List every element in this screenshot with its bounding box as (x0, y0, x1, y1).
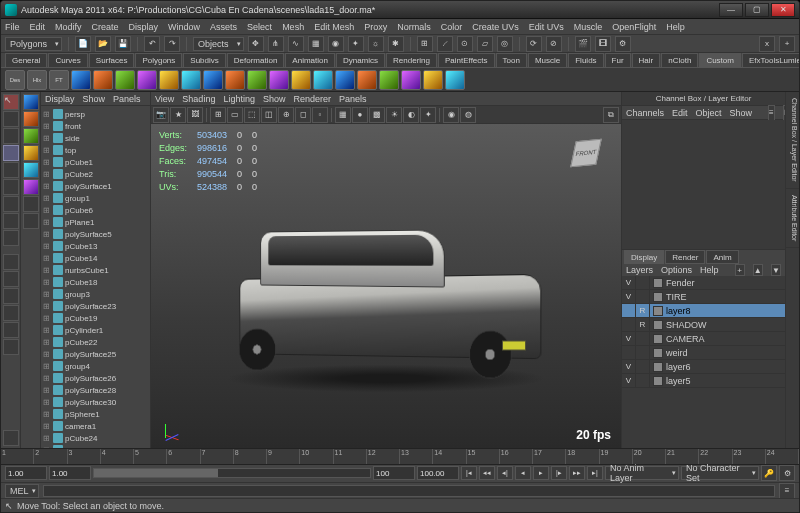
shelf-tab-efxtoolslumiere[interactable]: EfxToolsLumiere (742, 53, 800, 67)
outliner-item[interactable]: ⊞pCube2 (43, 168, 148, 180)
layout-four[interactable] (3, 271, 19, 287)
outliner-item[interactable]: ⊞group1 (43, 192, 148, 204)
outliner-menu-show[interactable]: Show (83, 94, 106, 104)
layer-color-swatch[interactable] (653, 334, 663, 344)
sidebar-tab-attributeeditor[interactable]: Attribute Editor (786, 189, 799, 248)
outliner-item[interactable]: ⊞top (43, 144, 148, 156)
layer-row[interactable]: Vlayer6 (622, 360, 785, 374)
shelf-item-ft[interactable]: FT (49, 70, 69, 90)
outliner-item[interactable]: ⊞camera1 (43, 420, 148, 432)
vp-menu-renderer[interactable]: Renderer (293, 94, 331, 104)
quick-layout-2[interactable] (23, 111, 39, 127)
vp-bookmark-icon[interactable]: ★ (170, 107, 186, 123)
vp-shadows-icon[interactable]: ◐ (403, 107, 419, 123)
outliner-item[interactable]: ⊞pCube24 (43, 432, 148, 444)
outliner-menu-display[interactable]: Display (45, 94, 75, 104)
outliner-item[interactable]: ⊞pCube14 (43, 252, 148, 264)
channel-box[interactable] (622, 120, 785, 250)
vp-shaded-icon[interactable]: ● (352, 107, 368, 123)
layout-single[interactable] (3, 254, 19, 270)
menu-modify[interactable]: Modify (55, 22, 82, 32)
shelf-item-12[interactable] (335, 70, 355, 90)
layer-row[interactable]: Rlayer8 (622, 304, 785, 318)
quick-layout-7[interactable] (23, 196, 39, 212)
menu-select[interactable]: Select (247, 22, 272, 32)
outliner-list[interactable]: ⊞persp⊞front⊞side⊞top⊞pCube1⊞pCube2⊞poly… (41, 106, 150, 448)
soft-mod-tool[interactable] (3, 213, 19, 229)
shelf-item-15[interactable] (401, 70, 421, 90)
shelf-tab-muscle[interactable]: Muscle (528, 53, 567, 67)
layer-vis-toggle[interactable] (622, 304, 636, 318)
shelf-item-hlx[interactable]: Hlx (27, 70, 47, 90)
select-joint-icon[interactable]: ⋔ (268, 36, 284, 52)
outliner-item[interactable]: ⊞polySurface30 (43, 396, 148, 408)
cb-menu-show[interactable]: Show (730, 108, 753, 118)
render-settings-icon[interactable]: ⚙ (615, 36, 631, 52)
shelf-item-9[interactable] (269, 70, 289, 90)
layer-type-toggle[interactable] (636, 290, 650, 304)
goto-end-button[interactable]: ▸| (587, 466, 603, 480)
select-tool[interactable]: ↖ (3, 94, 19, 110)
layer-tab-render[interactable]: Render (665, 250, 705, 264)
viewport[interactable]: Verts:50340300Edges:99861600Faces:497454… (151, 124, 621, 448)
menu-color[interactable]: Color (441, 22, 463, 32)
layer-color-swatch[interactable] (653, 292, 663, 302)
shelf-tab-general[interactable]: General (5, 53, 47, 67)
layer-menu-options[interactable]: Options (661, 265, 692, 275)
menu-create[interactable]: Create (92, 22, 119, 32)
layer-menu-help[interactable]: Help (700, 265, 719, 275)
prev-key-button[interactable]: ◂| (497, 466, 513, 480)
outliner-item[interactable]: ⊞persp (43, 108, 148, 120)
vp-image-plane-icon[interactable]: 🖼 (187, 107, 203, 123)
input-abs-icon[interactable]: x (759, 36, 775, 52)
outliner-menu-panels[interactable]: Panels (113, 94, 141, 104)
lasso-tool[interactable] (3, 111, 19, 127)
input-rel-icon[interactable]: + (779, 36, 795, 52)
vp-lights-icon[interactable]: ☀ (386, 107, 402, 123)
shelf-tab-fluids[interactable]: Fluids (568, 53, 603, 67)
time-slider[interactable]: 123456789101112131415161718192021222324 (1, 449, 799, 465)
vp-menu-panels[interactable]: Panels (339, 94, 367, 104)
outliner-item[interactable]: ⊞polySurface1 (43, 180, 148, 192)
last-tool[interactable] (3, 230, 19, 246)
shelf-item-2[interactable] (115, 70, 135, 90)
quick-layout-save[interactable] (3, 430, 19, 446)
menu-file[interactable]: File (5, 22, 20, 32)
shelf-item-5[interactable] (181, 70, 201, 90)
shelf-item-3[interactable] (137, 70, 157, 90)
snap-point-icon[interactable]: ⊙ (457, 36, 473, 52)
vp-xray-icon[interactable]: ◍ (460, 107, 476, 123)
rotate-tool[interactable] (3, 162, 19, 178)
script-editor-icon[interactable]: ≡ (779, 483, 795, 499)
scale-tool[interactable] (3, 179, 19, 195)
shelf-tab-custom[interactable]: Custom (699, 53, 741, 67)
shelf-tab-subdivs[interactable]: Subdivs (183, 53, 225, 67)
playback-prefs-icon[interactable]: ⚙ (779, 465, 795, 481)
select-deform-icon[interactable]: ◉ (328, 36, 344, 52)
layer-color-swatch[interactable] (653, 348, 663, 358)
layout-two-stacked[interactable] (3, 305, 19, 321)
vp-safe-action-icon[interactable]: ◻ (295, 107, 311, 123)
paint-select-tool[interactable] (3, 128, 19, 144)
outliner-item[interactable]: ⊞pCube13 (43, 240, 148, 252)
step-fwd-button[interactable]: ▸▸ (569, 466, 585, 480)
menu-mesh[interactable]: Mesh (282, 22, 304, 32)
outliner-item[interactable]: ⊞pCylinder1 (43, 324, 148, 336)
layer-type-toggle[interactable] (636, 360, 650, 374)
outliner-item[interactable]: ⊞side (43, 132, 148, 144)
shelf-item-0[interactable] (71, 70, 91, 90)
snap-grid-icon[interactable]: ⊞ (417, 36, 433, 52)
sidebar-tab-channelboxlayereditor[interactable]: Channel Box / Layer Editor (786, 92, 799, 189)
select-misc-icon[interactable]: ✱ (388, 36, 404, 52)
vp-menu-lighting[interactable]: Lighting (223, 94, 255, 104)
undo-icon[interactable]: ↶ (144, 36, 160, 52)
layer-type-toggle[interactable] (636, 332, 650, 346)
outliner-item[interactable]: ⊞group3 (43, 288, 148, 300)
select-render-icon[interactable]: ☼ (368, 36, 384, 52)
outliner-item[interactable]: ⊞pCube1 (43, 156, 148, 168)
shelf-item-8[interactable] (247, 70, 267, 90)
vp-menu-show[interactable]: Show (263, 94, 286, 104)
layout-three[interactable] (3, 322, 19, 338)
shelf-tab-rendering[interactable]: Rendering (386, 53, 437, 67)
shelf-tab-ncloth[interactable]: nCloth (661, 53, 698, 67)
